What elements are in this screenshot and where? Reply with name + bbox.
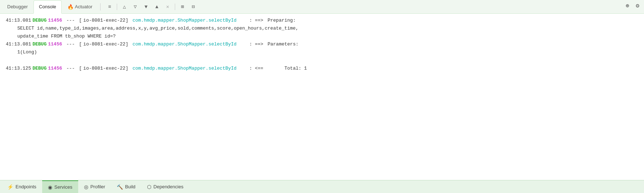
download-icon[interactable]: ▽ — [130, 2, 140, 12]
log2-bracket-open: [ — [79, 40, 82, 48]
upload-icon[interactable]: △ — [120, 2, 129, 12]
log3-bracket-close: ] — [125, 65, 128, 73]
log1-class: com.hmdp.mapper.ShopMapper.selectById — [130, 17, 236, 25]
log-line-1-cont2: update_time FROM tb_shop WHERE id=? — [6, 32, 638, 40]
toolbar-separator-2 — [175, 4, 175, 10]
log1-timestamp: 41:13.081 — [6, 17, 31, 25]
tab-debugger[interactable]: Debugger — [2, 0, 33, 13]
tab-separator — [100, 3, 101, 10]
top-icon-bar: ⊕ ⚙ — [621, 0, 644, 12]
status-tab-build[interactable]: 🔨 Build — [111, 180, 141, 193]
log1-level: DEBUG — [32, 17, 46, 25]
log2-thread-name: io-8081-exec-22 — [83, 40, 125, 48]
log1-thread-name: io-8081-exec-22 — [83, 17, 125, 25]
log2-level: DEBUG — [32, 40, 46, 48]
log1-thread: 11456 — [48, 17, 62, 25]
menu-icon[interactable]: ≡ — [105, 2, 114, 12]
download-alt-icon[interactable]: ▼ — [141, 2, 151, 12]
build-icon: 🔨 — [117, 184, 123, 190]
log2-bracket-close: ] — [125, 40, 128, 48]
log1-cont2-text: update_time FROM tb_shop WHERE id=? — [17, 32, 116, 40]
log3-sep: --- — [63, 65, 77, 73]
log-line-2-cont: 1(Long) — [6, 48, 638, 56]
services-label: Services — [54, 184, 72, 190]
console-label: Console — [39, 4, 56, 9]
log1-cont-text: SELECT id,name,type_id,images,area,addre… — [17, 25, 298, 32]
dependencies-label: Dependencies — [154, 184, 183, 189]
services-icon: ◉ — [48, 184, 52, 190]
log1-sep: --- — [63, 17, 77, 25]
log3-thread: 11456 — [48, 65, 62, 73]
log-line-empty — [6, 56, 638, 64]
build-label: Build — [125, 184, 136, 189]
endpoints-icon: ⚡ — [7, 184, 13, 190]
log1-bracket-close: ] — [125, 17, 128, 25]
profiler-icon: ◎ — [84, 184, 88, 190]
log2-sep: --- — [63, 40, 77, 48]
endpoints-label: Endpoints — [15, 184, 36, 189]
tab-console[interactable]: Console — [34, 0, 62, 14]
log2-message: Parameters: — [265, 40, 299, 48]
log3-thread-name: io-8081-exec-22 — [83, 65, 125, 73]
log2-thread: 11456 — [48, 40, 62, 48]
log-line-1-cont: SELECT id,name,type_id,images,area,addre… — [6, 25, 638, 32]
toolbar-separator-1 — [117, 4, 117, 10]
table-icon[interactable]: ⊞ — [178, 2, 187, 12]
status-tab-dependencies[interactable]: ⬡ Dependencies — [141, 180, 189, 193]
log1-colon: : ==> — [238, 17, 263, 25]
status-tab-endpoints[interactable]: ⚡ Endpoints — [1, 180, 42, 193]
log2-timestamp: 41:13.081 — [6, 40, 31, 48]
log2-cont-text: 1(Long) — [17, 48, 37, 56]
log1-message: Preparing: — [265, 17, 296, 25]
log-line-2: 41:13.081 DEBUG 11456 --- [io-8081-exec-… — [6, 40, 638, 48]
log3-class: com.hmdp.mapper.ShopMapper.selectById — [130, 65, 236, 73]
log-line-1: 41:13.081 DEBUG 11456 --- [io-8081-exec-… — [6, 17, 638, 25]
status-bar: ⚡ Endpoints ◉ Services ◎ Profiler 🔨 Buil… — [0, 180, 644, 193]
list-icon[interactable]: ⊟ — [188, 2, 198, 12]
up-alt-icon[interactable]: ▲ — [152, 2, 161, 12]
log-area: 41:13.081 DEBUG 11456 --- [io-8081-exec-… — [0, 14, 644, 180]
log3-message: Total: 1 — [265, 65, 307, 73]
log3-bracket-open: [ — [79, 65, 82, 73]
log2-class: com.hmdp.mapper.ShopMapper.selectById — [130, 40, 236, 48]
settings-icon[interactable]: ⚙ — [633, 1, 642, 10]
log1-bracket-open: [ — [79, 17, 82, 25]
log3-timestamp: 41:13.125 — [6, 65, 31, 73]
log-line-3: 41:13.125 DEBUG 11456 --- [io-8081-exec-… — [6, 65, 638, 73]
status-tab-services[interactable]: ◉ Services — [42, 180, 78, 193]
actuator-label: Actuator — [75, 4, 92, 9]
actuator-icon: 🔥 — [67, 4, 74, 10]
log2-colon: : ==> — [238, 40, 263, 48]
debugger-label: Debugger — [7, 4, 28, 9]
log3-colon: : <== — [238, 65, 263, 73]
tab-bar: Debugger Console 🔥 Actuator ≡ △ ▽ ▼ ▲ ✕ … — [0, 0, 644, 14]
status-tab-profiler[interactable]: ◎ Profiler — [78, 180, 111, 193]
profiler-label: Profiler — [90, 184, 105, 189]
log3-level: DEBUG — [32, 65, 46, 73]
toolbar: ≡ △ ▽ ▼ ▲ ✕ ⊞ ⊟ — [105, 2, 198, 12]
tab-actuator[interactable]: 🔥 Actuator — [62, 0, 97, 13]
add-icon[interactable]: ⊕ — [623, 1, 632, 10]
close-icon[interactable]: ✕ — [163, 2, 172, 12]
dependencies-icon: ⬡ — [147, 184, 151, 190]
